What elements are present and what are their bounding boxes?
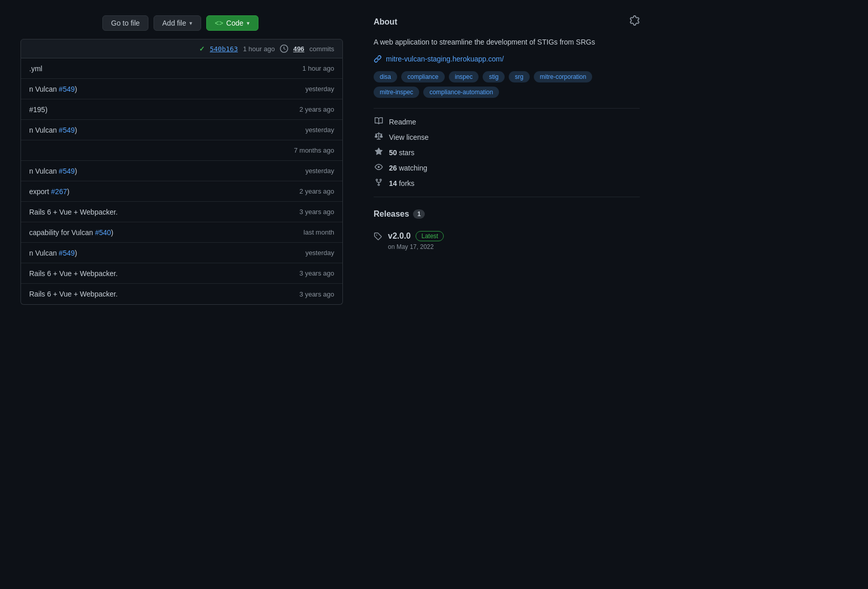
table-row: n Vulcan #549)yesterday xyxy=(21,79,342,99)
watching-link[interactable]: 26 watching xyxy=(389,164,427,172)
file-time: 2 years ago xyxy=(273,187,334,195)
license-link[interactable]: View license xyxy=(389,133,429,141)
topic-tag[interactable]: mitre-corporation xyxy=(534,71,593,82)
release-info: v2.0.0 Latest on May 17, 2022 xyxy=(388,231,640,250)
about-header: About xyxy=(374,15,640,28)
file-link[interactable]: #267 xyxy=(51,187,67,196)
tag-icon xyxy=(374,232,382,243)
topic-tag[interactable]: srg xyxy=(509,71,530,82)
gear-icon[interactable] xyxy=(630,15,640,28)
topic-tag[interactable]: stig xyxy=(483,71,505,82)
release-version: v2.0.0 Latest xyxy=(388,231,640,241)
file-link[interactable]: #549 xyxy=(59,85,75,93)
releases-header: Releases 1 xyxy=(374,209,640,219)
commit-count-label: commits xyxy=(310,45,334,53)
go-to-file-button[interactable]: Go to file xyxy=(102,15,148,31)
topic-tag[interactable]: inspec xyxy=(449,71,479,82)
file-time: yesterday xyxy=(273,126,334,134)
fork-icon xyxy=(374,178,384,188)
file-link[interactable]: #549 xyxy=(59,249,75,257)
link-icon xyxy=(374,55,382,63)
file-time: 2 years ago xyxy=(273,106,334,113)
watching-label: watching xyxy=(399,164,427,172)
file-link[interactable]: #549 xyxy=(59,167,75,175)
forks-link[interactable]: 14 forks xyxy=(389,179,415,187)
releases-title-link[interactable]: Releases xyxy=(374,209,409,219)
forks-item: 14 forks xyxy=(374,178,640,188)
license-item: View license xyxy=(374,132,640,142)
right-panel: About A web application to streamline th… xyxy=(353,15,670,589)
code-button[interactable]: <> Code ▾ xyxy=(206,15,258,31)
table-row: #195)2 years ago xyxy=(21,99,342,120)
book-icon xyxy=(374,117,384,127)
about-website-link[interactable]: mitre-vulcan-staging.herokuapp.com/ xyxy=(374,55,640,63)
code-label: Code xyxy=(226,19,243,27)
table-row: n Vulcan #549)yesterday xyxy=(21,243,342,263)
forks-label: forks xyxy=(399,179,414,187)
release-item: v2.0.0 Latest on May 17, 2022 xyxy=(374,226,640,256)
file-table: .yml1 hour agon Vulcan #549)yesterday#19… xyxy=(20,58,343,305)
watching-item: 26 watching xyxy=(374,163,640,173)
release-version-link[interactable]: v2.0.0 xyxy=(388,232,410,241)
release-date: on May 17, 2022 xyxy=(388,243,640,250)
about-link-text: mitre-vulcan-staging.herokuapp.com/ xyxy=(386,55,504,63)
file-time: 3 years ago xyxy=(273,290,334,298)
file-time: yesterday xyxy=(273,249,334,257)
topic-tag[interactable]: compliance xyxy=(401,71,445,82)
file-time: yesterday xyxy=(273,167,334,175)
commit-time: 1 hour ago xyxy=(243,45,275,53)
file-time: 3 years ago xyxy=(273,269,334,277)
file-time: last month xyxy=(273,228,334,236)
check-icon: ✓ xyxy=(199,45,205,53)
file-time: 7 months ago xyxy=(273,146,334,154)
stars-count: 50 xyxy=(389,149,397,157)
topic-tag[interactable]: disa xyxy=(374,71,397,82)
topic-tag[interactable]: mitre-inspec xyxy=(374,87,419,98)
file-time: yesterday xyxy=(273,85,334,93)
table-row: Rails 6 + Vue + Webpacker.3 years ago xyxy=(21,263,342,284)
readme-link[interactable]: Readme xyxy=(389,118,416,126)
forks-count: 14 xyxy=(389,179,397,187)
eye-icon xyxy=(374,163,384,173)
left-panel: Go to file Add file ▾ <> Code ▾ ✓ 540b16… xyxy=(0,15,353,589)
table-row: n Vulcan #549)yesterday xyxy=(21,161,342,181)
watching-count: 26 xyxy=(389,164,397,172)
table-row: .yml1 hour ago xyxy=(21,58,342,79)
table-row: export #267)2 years ago xyxy=(21,181,342,202)
table-row: 7 months ago xyxy=(21,140,342,161)
file-link[interactable]: #549 xyxy=(59,126,75,134)
add-file-button[interactable]: Add file ▾ xyxy=(154,15,201,31)
stars-link[interactable]: 50 stars xyxy=(389,149,415,157)
tags-container: disacomplianceinspecstigsrgmitre-corpora… xyxy=(374,71,640,98)
file-time: 3 years ago xyxy=(273,208,334,216)
latest-badge: Latest xyxy=(416,231,444,241)
table-row: n Vulcan #549)yesterday xyxy=(21,120,342,140)
add-file-label: Add file xyxy=(162,19,186,27)
code-brackets-icon: <> xyxy=(215,19,223,27)
commit-bar: ✓ 540b163 1 hour ago 496 commits xyxy=(20,39,343,58)
stars-label: stars xyxy=(399,149,414,157)
readme-item: Readme xyxy=(374,117,640,127)
divider-2 xyxy=(374,197,640,197)
file-time: 1 hour ago xyxy=(273,65,334,72)
about-title: About xyxy=(374,17,397,27)
stars-item: 50 stars xyxy=(374,148,640,158)
code-dropdown-arrow-icon: ▾ xyxy=(247,20,250,27)
releases-count-badge: 1 xyxy=(413,209,425,219)
topic-tag[interactable]: compliance-automation xyxy=(423,87,499,98)
divider-1 xyxy=(374,108,640,109)
table-row: capability for Vulcan #540)last month xyxy=(21,222,342,243)
star-icon xyxy=(374,148,384,158)
dropdown-arrow-icon: ▾ xyxy=(189,20,192,27)
releases-section: Releases 1 v2.0.0 Latest on May 17, 2022 xyxy=(374,209,640,256)
commit-clock-icon xyxy=(280,45,288,53)
toolbar: Go to file Add file ▾ <> Code ▾ xyxy=(20,15,343,31)
commit-count-link[interactable]: 496 xyxy=(293,45,305,53)
file-link[interactable]: #540 xyxy=(95,228,111,237)
commit-hash-link[interactable]: 540b163 xyxy=(210,45,238,53)
about-description: A web application to streamline the deve… xyxy=(374,36,640,48)
table-row: Rails 6 + Vue + Webpacker.3 years ago xyxy=(21,284,342,304)
scale-icon xyxy=(374,132,384,142)
table-row: Rails 6 + Vue + Webpacker.3 years ago xyxy=(21,202,342,222)
